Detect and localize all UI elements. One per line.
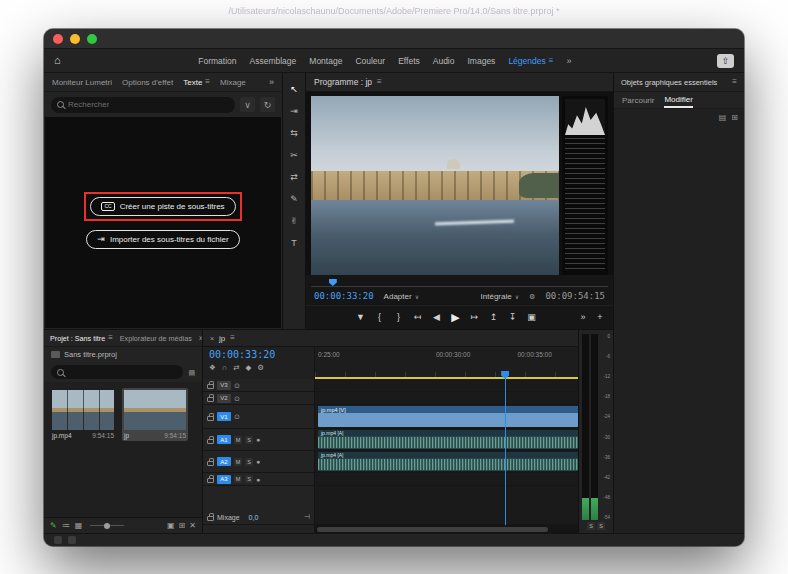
playback-resolution-select[interactable]: Intégrale ∨	[481, 292, 520, 301]
track-select-a3[interactable]: A3	[217, 475, 231, 484]
mix-track-lane[interactable]	[315, 510, 578, 524]
project-search-input[interactable]	[51, 365, 183, 379]
program-video-frame[interactable]	[311, 96, 559, 275]
timeline-ruler[interactable]: 0:25:00 00:00:30:00 00:00:35:00	[315, 347, 578, 379]
tab-media-browser[interactable]: Explorateur de médias	[120, 334, 192, 343]
mic-icon[interactable]: ●	[256, 436, 260, 443]
track-lane-v2[interactable]	[315, 392, 578, 404]
tab-mixage[interactable]: Mixage	[220, 78, 246, 87]
edit-pencil-icon[interactable]: ✎	[50, 521, 57, 530]
filter-chevron-button[interactable]: ∨	[240, 97, 255, 112]
workspace-tab-legendes[interactable]: Légendes ≡	[508, 56, 553, 66]
caption-search-input[interactable]: Rechercher	[51, 97, 235, 113]
track-select-v3[interactable]: V3	[217, 381, 231, 390]
toggle-track-output-icon[interactable]: ⊙	[234, 382, 240, 389]
lock-icon[interactable]	[207, 516, 214, 521]
fullscreen-window-button[interactable]	[87, 34, 97, 44]
export-frame-button[interactable]: ▣	[527, 313, 537, 322]
workspace-tab-assemblage[interactable]: Assemblage	[250, 56, 297, 66]
essential-graphics-menu-icon[interactable]: ≡	[732, 78, 737, 86]
ripple-edit-tool[interactable]: ⇆	[286, 125, 302, 140]
nest-icon[interactable]: ❖	[209, 363, 216, 372]
timeline-scrollbar-thumb[interactable]	[317, 527, 548, 532]
tab-moniteur-lumetri[interactable]: Moniteur Lumetri	[52, 78, 112, 87]
timeline-empty-lane[interactable]	[315, 486, 578, 510]
project-item-jp-mp4[interactable]: jp.mp4 9:54:15	[50, 388, 116, 441]
solo-left-button[interactable]: S	[587, 522, 595, 530]
keyframe-handle-icon[interactable]: ⊣	[304, 513, 310, 521]
program-panel-menu-icon[interactable]: ≡	[377, 78, 382, 86]
home-icon[interactable]: ⌂	[54, 55, 61, 66]
program-timecode[interactable]: 00:00:33:20	[314, 291, 374, 301]
workspace-overflow-button[interactable]: »	[566, 56, 571, 66]
toggle-track-output-icon[interactable]: ⊙	[234, 413, 240, 420]
workspace-tab-montage[interactable]: Montage	[309, 56, 342, 66]
lift-button[interactable]: ↥	[489, 313, 499, 322]
marker-icon[interactable]: ◆	[245, 363, 251, 372]
go-to-out-button[interactable]: ↦	[470, 313, 480, 322]
lock-icon[interactable]	[207, 439, 214, 444]
workspace-tab-formation[interactable]: Formation	[198, 56, 236, 66]
step-back-button[interactable]: ◀	[432, 313, 442, 322]
new-bin-button[interactable]: ▣	[167, 521, 175, 530]
audio-clip[interactable]: jp.mp4 [A]	[318, 452, 578, 471]
workspace-tab-couleur[interactable]: Couleur	[355, 56, 385, 66]
tab-project[interactable]: Projet : Sans titre ≡	[50, 334, 113, 343]
tab-modifier[interactable]: Modifier	[664, 92, 692, 108]
tab-options-effet[interactable]: Options d'effet	[122, 78, 173, 87]
zoom-level-select[interactable]: Adapter ∨	[384, 292, 419, 301]
mark-out-button[interactable]: }	[394, 313, 404, 322]
mute-button[interactable]: M	[234, 475, 242, 483]
transport-overflow-button[interactable]: »	[578, 313, 588, 322]
lock-icon[interactable]	[207, 461, 214, 466]
track-lane-v3[interactable]	[315, 379, 578, 391]
panel-menu-icon[interactable]: ≡	[205, 78, 210, 86]
text-panel-overflow-button[interactable]: »	[269, 77, 274, 87]
timeline-timecode[interactable]: 00:00:33:20	[209, 349, 308, 360]
share-button[interactable]: ⇧	[717, 54, 734, 68]
add-button[interactable]: +	[595, 313, 605, 322]
import-captions-button[interactable]: ⇥ Importer des sous-titres du fichier	[86, 230, 239, 249]
sequence-tab-label[interactable]: jp	[219, 334, 225, 343]
track-select-v1[interactable]: V1	[217, 412, 231, 421]
workspace-tab-effets[interactable]: Effets	[398, 56, 420, 66]
track-lane-v1[interactable]: jp.mp4 [V]	[315, 405, 578, 428]
mark-in-button[interactable]: {	[375, 313, 385, 322]
close-window-button[interactable]	[53, 34, 63, 44]
delete-button[interactable]: ✕	[189, 521, 196, 530]
slip-tool[interactable]: ⇄	[286, 169, 302, 184]
toggle-track-output-icon[interactable]: ⊙	[234, 395, 240, 402]
mute-button[interactable]: M	[234, 436, 242, 444]
mute-button[interactable]: M	[234, 458, 242, 466]
close-sequence-icon[interactable]: ×	[210, 335, 214, 342]
project-item-jp-sequence[interactable]: jp 9:54:15	[122, 388, 188, 441]
solo-right-button[interactable]: S	[597, 522, 605, 530]
track-select-a1[interactable]: A1	[217, 435, 231, 444]
track-lane-a3[interactable]	[315, 473, 578, 485]
linked-selection-icon[interactable]: ⇄	[233, 363, 239, 372]
program-scrub-bar[interactable]	[311, 277, 608, 287]
timeline-settings-icon[interactable]: ⚙	[257, 363, 264, 372]
track-lane-a1[interactable]: jp.mp4 [A]	[315, 429, 578, 450]
lock-icon[interactable]	[207, 478, 214, 483]
create-caption-track-button[interactable]: CC Créer une piste de sous-titres	[90, 197, 235, 216]
razor-tool[interactable]: ✂	[286, 147, 302, 162]
track-select-tool[interactable]: ⇥	[286, 103, 302, 118]
solo-button[interactable]: S	[245, 458, 253, 466]
mic-icon[interactable]: ●	[256, 458, 260, 465]
refresh-button[interactable]: ↻	[260, 97, 275, 112]
new-layer-icon[interactable]: ⊞	[731, 113, 738, 122]
solo-button[interactable]: S	[245, 436, 253, 444]
mix-track-value[interactable]: 0,0	[249, 514, 259, 521]
project-bin-icon[interactable]: ▤	[188, 369, 195, 376]
folder-icon[interactable]: ▤	[719, 113, 727, 122]
new-item-button[interactable]: ⊞	[179, 521, 186, 530]
timeline-panel-menu-icon[interactable]: ≡	[230, 334, 235, 342]
lock-icon[interactable]	[207, 397, 214, 402]
thumbnail-zoom-slider[interactable]	[90, 525, 124, 526]
program-playhead[interactable]	[329, 279, 337, 286]
workspace-tab-images[interactable]: Images	[468, 56, 496, 66]
settings-wrench-icon[interactable]: ⚙	[529, 293, 535, 300]
play-button[interactable]: ▶	[451, 312, 461, 323]
tab-parcourir[interactable]: Parcourir	[622, 92, 654, 108]
